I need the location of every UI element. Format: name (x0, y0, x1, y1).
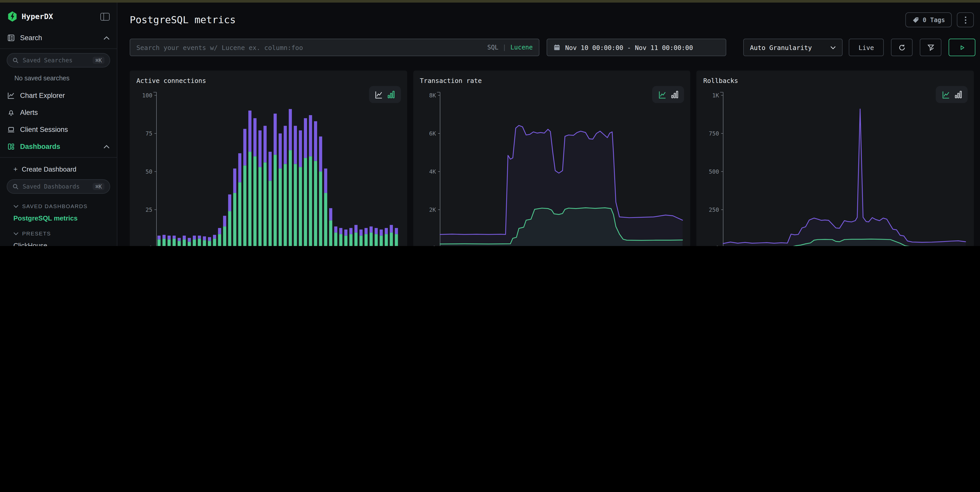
svg-text:0: 0 (432, 245, 436, 246)
sidebar-item-dashboards[interactable]: Dashboards (0, 138, 117, 155)
saved-dashboards-header[interactable]: SAVED DASHBOARDS (0, 198, 117, 211)
app-root: HyperDX Search Saved Searches ⌘K No save… (0, 0, 980, 246)
chart-line-icon (7, 92, 15, 99)
granularity-value: Auto Granularity (750, 43, 812, 51)
bar-chart-icon[interactable] (955, 91, 962, 98)
divider (0, 48, 117, 49)
svg-text:100: 100 (142, 92, 152, 99)
chart-svg: 02505007501KNov 10 12:00:00 AM11:00:00 A… (701, 88, 970, 246)
svg-text:4K: 4K (429, 168, 436, 175)
chart-canvas-rollbacks[interactable]: 02505007501KNov 10 12:00:00 AM11:00:00 A… (701, 88, 970, 246)
panel-title: Transaction rate (420, 77, 482, 85)
filter-button[interactable] (920, 38, 942, 56)
event-search-input[interactable]: Search your events w/ Lucene ex. column:… (130, 38, 539, 56)
chevron-down-icon (830, 46, 836, 49)
kbd-shortcut: ⌘K (93, 183, 105, 190)
search-placeholder: Search your events w/ Lucene ex. column:… (137, 43, 487, 51)
sidebar-item-client-sessions[interactable]: Client Sessions (0, 121, 117, 138)
granularity-select[interactable]: Auto Granularity (743, 38, 843, 56)
kebab-menu-icon (964, 16, 966, 24)
live-button[interactable]: Live (849, 38, 884, 56)
divider (0, 157, 117, 158)
svg-text:1K: 1K (712, 92, 719, 99)
chevron-up-icon (103, 144, 110, 149)
create-dashboard-button[interactable]: + Create Dashboard (0, 160, 117, 175)
search-page-icon (7, 34, 15, 42)
sidebar-item-chart-explorer[interactable]: Chart Explorer (0, 87, 117, 104)
sidebar-item-search[interactable]: Search (0, 29, 117, 46)
chart-canvas-active-connections[interactable]: 0255075100Nov 10 12:00:00 AM11:00:00 AM1… (134, 88, 403, 246)
panel-title: Active connections (137, 77, 206, 85)
panel-title: Rollbacks (703, 77, 738, 85)
line-chart-icon[interactable] (375, 90, 383, 99)
saved-dashboards-placeholder: Saved Dashboards (23, 183, 89, 190)
panel-rollbacks: Rollbacks 02505007501KNov 10 12:00:00 AM… (697, 70, 974, 246)
sidebar-item-label: Search (20, 34, 98, 42)
bar-chart-icon[interactable] (671, 91, 678, 98)
line-chart-icon[interactable] (658, 90, 667, 99)
main-content: PostgreSQL metrics 0 Tags Search your ev… (117, 3, 980, 246)
sidebar-item-label: Client Sessions (20, 126, 110, 133)
search-icon (12, 57, 19, 64)
chart-svg: 02K4K6K8KNov 10 12:00:00 AM11:00:00 AM11… (417, 88, 686, 246)
panel-transaction-rate: Transaction rate 02K4K6K8KNov 10 12:00:0… (413, 70, 690, 246)
date-range-picker[interactable]: Nov 10 00:00:00 - Nov 11 00:00:00 (547, 38, 726, 56)
refresh-button[interactable] (891, 38, 913, 56)
brand-name: HyperDX (22, 12, 96, 21)
sidebar-item-label: Alerts (20, 109, 110, 117)
environment-strip (0, 0, 980, 3)
lang-separator: | (503, 44, 506, 51)
sidebar-collapse-icon[interactable] (100, 13, 110, 20)
tags-button[interactable]: 0 Tags (905, 12, 952, 27)
presets-header[interactable]: PRESETS (0, 225, 117, 238)
page-title: PostgreSQL metrics (130, 14, 236, 25)
saved-searches-placeholder: Saved Searches (23, 57, 89, 64)
chevron-up-icon (103, 36, 110, 40)
saved-dashboards-input[interactable]: Saved Dashboards ⌘K (7, 179, 110, 194)
lang-toggle-lucene[interactable]: Lucene (510, 44, 533, 51)
refresh-icon (898, 43, 905, 51)
svg-text:25: 25 (146, 207, 153, 213)
plus-icon: + (13, 165, 18, 173)
saved-searches-input[interactable]: Saved Searches ⌘K (7, 53, 110, 67)
live-label: Live (859, 43, 874, 51)
dashboards-icon (7, 143, 15, 150)
no-saved-searches-text: No saved searches (0, 72, 117, 87)
date-range-value: Nov 10 00:00:00 - Nov 11 00:00:00 (565, 43, 693, 51)
svg-text:2K: 2K (429, 207, 436, 213)
bar-chart-icon[interactable] (388, 91, 395, 98)
line-chart-icon[interactable] (942, 90, 950, 99)
brand-row: HyperDX (0, 3, 117, 29)
chart-view-toggle[interactable] (652, 86, 684, 103)
chart-view-toggle[interactable] (936, 86, 968, 103)
sidebar-item-alerts[interactable]: Alerts (0, 104, 117, 121)
create-dashboard-label: Create Dashboard (22, 165, 76, 173)
dashboard-grid: Active connections 0255075100Nov 10 12:0… (130, 70, 974, 246)
kbd-shortcut: ⌘K (93, 57, 105, 64)
svg-text:750: 750 (709, 130, 719, 137)
chevron-down-icon (13, 204, 19, 208)
hyperdx-logo-icon (7, 11, 18, 22)
chart-canvas-transaction-rate[interactable]: 02K4K6K8KNov 10 12:00:00 AM11:00:00 AM11… (417, 88, 686, 246)
svg-text:6K: 6K (429, 130, 436, 137)
svg-text:8K: 8K (429, 92, 436, 99)
svg-text:500: 500 (709, 168, 719, 175)
calendar-icon (553, 44, 560, 51)
section-label: PRESETS (22, 230, 51, 236)
sidebar-item-label: Dashboards (20, 143, 98, 150)
chart-svg: 0255075100Nov 10 12:00:00 AM11:00:00 AM1… (134, 88, 403, 246)
dashboard-menu-button[interactable] (957, 12, 974, 27)
sidebar-dashboard-postgresql-metrics[interactable]: PostgreSQL metrics (0, 211, 117, 225)
sidebar: HyperDX Search Saved Searches ⌘K No save… (0, 3, 117, 246)
filter-edit-icon (927, 43, 934, 51)
panel-active-connections: Active connections 0255075100Nov 10 12:0… (130, 70, 407, 246)
svg-text:0: 0 (716, 245, 719, 246)
run-query-button[interactable] (948, 38, 975, 56)
lang-toggle-sql[interactable]: SQL (487, 44, 498, 51)
sidebar-preset-clickhouse[interactable]: ClickHouse (0, 238, 117, 246)
search-icon (12, 183, 19, 190)
laptop-icon (7, 126, 15, 133)
chevron-down-icon (13, 232, 19, 235)
chart-view-toggle[interactable] (369, 86, 401, 103)
play-icon (959, 44, 965, 51)
